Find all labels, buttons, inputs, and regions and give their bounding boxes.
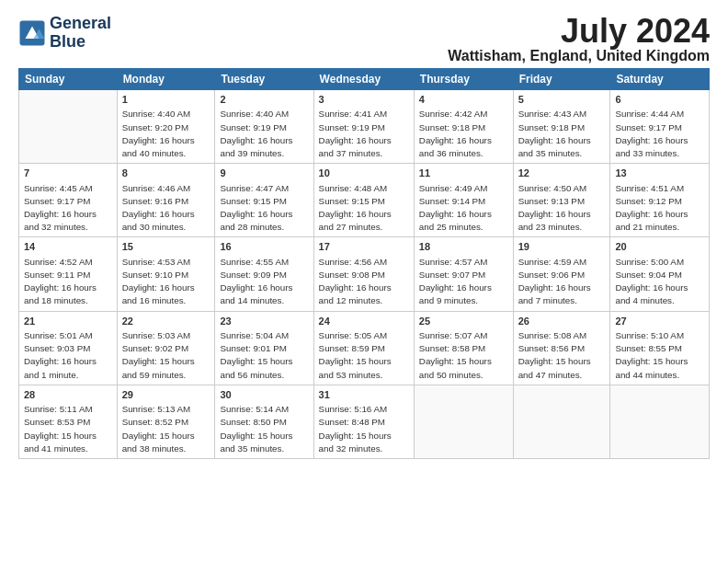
day-number: 21	[24, 315, 112, 328]
logo: General Blue	[18, 15, 111, 52]
day-info: Sunrise: 5:03 AM Sunset: 9:02 PM Dayligh…	[122, 329, 210, 382]
week-row-2: 7Sunrise: 4:45 AM Sunset: 9:17 PM Daylig…	[19, 164, 710, 237]
calendar-cell: 13Sunrise: 4:51 AM Sunset: 9:12 PM Dayli…	[610, 164, 710, 237]
day-number: 1	[122, 93, 210, 107]
calendar-cell: 24Sunrise: 5:05 AM Sunset: 8:59 PM Dayli…	[313, 311, 414, 385]
day-number: 14	[24, 240, 112, 254]
day-number: 3	[319, 93, 409, 107]
day-info: Sunrise: 4:52 AM Sunset: 9:11 PM Dayligh…	[24, 256, 112, 308]
col-sunday: Sunday	[19, 69, 118, 90]
day-number: 13	[615, 167, 704, 180]
day-info: Sunrise: 4:56 AM Sunset: 9:08 PM Dayligh…	[319, 256, 409, 308]
day-info: Sunrise: 4:44 AM Sunset: 9:17 PM Dayligh…	[615, 108, 704, 160]
calendar-cell: 16Sunrise: 4:55 AM Sunset: 9:09 PM Dayli…	[215, 237, 313, 311]
day-info: Sunrise: 5:10 AM Sunset: 8:55 PM Dayligh…	[615, 329, 704, 382]
day-info: Sunrise: 4:57 AM Sunset: 9:07 PM Dayligh…	[419, 256, 508, 308]
calendar-cell: 18Sunrise: 4:57 AM Sunset: 9:07 PM Dayli…	[414, 237, 513, 311]
col-thursday: Thursday	[414, 69, 513, 90]
col-wednesday: Wednesday	[313, 69, 414, 90]
calendar-cell	[414, 385, 513, 458]
day-info: Sunrise: 5:14 AM Sunset: 8:50 PM Dayligh…	[220, 403, 308, 455]
calendar-cell: 28Sunrise: 5:11 AM Sunset: 8:53 PM Dayli…	[19, 385, 118, 458]
day-info: Sunrise: 4:45 AM Sunset: 9:17 PM Dayligh…	[24, 182, 112, 235]
calendar-cell	[610, 385, 710, 458]
week-row-3: 14Sunrise: 4:52 AM Sunset: 9:11 PM Dayli…	[19, 237, 710, 311]
day-info: Sunrise: 4:55 AM Sunset: 9:09 PM Dayligh…	[220, 256, 308, 308]
day-info: Sunrise: 4:50 AM Sunset: 9:13 PM Dayligh…	[518, 182, 606, 235]
day-number: 22	[122, 315, 210, 328]
page: General Blue July 2024 Wattisham, Englan…	[0, 0, 728, 563]
calendar-cell: 23Sunrise: 5:04 AM Sunset: 9:01 PM Dayli…	[215, 311, 313, 385]
calendar-cell: 15Sunrise: 4:53 AM Sunset: 9:10 PM Dayli…	[117, 237, 215, 311]
calendar-cell: 26Sunrise: 5:08 AM Sunset: 8:56 PM Dayli…	[513, 311, 610, 385]
calendar-cell: 20Sunrise: 5:00 AM Sunset: 9:04 PM Dayli…	[610, 237, 710, 311]
day-number: 5	[518, 93, 606, 107]
logo-text: General Blue	[50, 15, 111, 52]
calendar-cell	[513, 385, 610, 458]
col-monday: Monday	[117, 69, 215, 90]
day-info: Sunrise: 5:07 AM Sunset: 8:58 PM Dayligh…	[419, 329, 508, 382]
col-friday: Friday	[513, 69, 610, 90]
day-number: 6	[615, 93, 704, 107]
calendar-cell: 10Sunrise: 4:48 AM Sunset: 9:15 PM Dayli…	[313, 164, 414, 237]
day-info: Sunrise: 4:47 AM Sunset: 9:15 PM Dayligh…	[220, 182, 308, 235]
day-number: 17	[319, 240, 409, 254]
day-info: Sunrise: 4:53 AM Sunset: 9:10 PM Dayligh…	[122, 256, 210, 308]
week-row-5: 28Sunrise: 5:11 AM Sunset: 8:53 PM Dayli…	[19, 385, 710, 458]
day-number: 11	[419, 167, 508, 180]
day-number: 26	[518, 315, 606, 328]
day-number: 12	[518, 167, 606, 180]
day-info: Sunrise: 4:42 AM Sunset: 9:18 PM Dayligh…	[419, 108, 508, 160]
day-info: Sunrise: 5:08 AM Sunset: 8:56 PM Dayligh…	[518, 329, 606, 382]
calendar-cell: 8Sunrise: 4:46 AM Sunset: 9:16 PM Daylig…	[117, 164, 215, 237]
calendar-cell: 21Sunrise: 5:01 AM Sunset: 9:03 PM Dayli…	[19, 311, 118, 385]
calendar-cell	[19, 90, 118, 164]
week-row-4: 21Sunrise: 5:01 AM Sunset: 9:03 PM Dayli…	[19, 311, 710, 385]
day-number: 24	[319, 315, 409, 328]
calendar-cell: 4Sunrise: 4:42 AM Sunset: 9:18 PM Daylig…	[414, 90, 513, 164]
day-number: 30	[220, 388, 308, 402]
calendar-cell: 31Sunrise: 5:16 AM Sunset: 8:48 PM Dayli…	[313, 385, 414, 458]
day-number: 29	[122, 388, 210, 402]
day-info: Sunrise: 5:01 AM Sunset: 9:03 PM Dayligh…	[24, 329, 112, 382]
day-info: Sunrise: 4:51 AM Sunset: 9:12 PM Dayligh…	[615, 182, 704, 235]
calendar-cell: 17Sunrise: 4:56 AM Sunset: 9:08 PM Dayli…	[313, 237, 414, 311]
day-number: 8	[122, 167, 210, 180]
calendar-cell: 30Sunrise: 5:14 AM Sunset: 8:50 PM Dayli…	[215, 385, 313, 458]
calendar-cell: 19Sunrise: 4:59 AM Sunset: 9:06 PM Dayli…	[513, 237, 610, 311]
day-info: Sunrise: 4:49 AM Sunset: 9:14 PM Dayligh…	[419, 182, 508, 235]
week-row-1: 1Sunrise: 4:40 AM Sunset: 9:20 PM Daylig…	[19, 90, 710, 164]
day-info: Sunrise: 4:48 AM Sunset: 9:15 PM Dayligh…	[319, 182, 409, 235]
col-tuesday: Tuesday	[215, 69, 313, 90]
calendar-cell: 11Sunrise: 4:49 AM Sunset: 9:14 PM Dayli…	[414, 164, 513, 237]
day-number: 2	[220, 93, 308, 107]
day-number: 10	[319, 167, 409, 180]
day-number: 25	[419, 315, 508, 328]
calendar-cell: 29Sunrise: 5:13 AM Sunset: 8:52 PM Dayli…	[117, 385, 215, 458]
day-info: Sunrise: 5:16 AM Sunset: 8:48 PM Dayligh…	[319, 403, 409, 455]
day-info: Sunrise: 5:11 AM Sunset: 8:53 PM Dayligh…	[24, 403, 112, 455]
day-info: Sunrise: 5:13 AM Sunset: 8:52 PM Dayligh…	[122, 403, 210, 455]
calendar-cell: 5Sunrise: 4:43 AM Sunset: 9:18 PM Daylig…	[513, 90, 610, 164]
day-number: 4	[419, 93, 508, 107]
day-info: Sunrise: 5:00 AM Sunset: 9:04 PM Dayligh…	[615, 256, 704, 308]
day-number: 31	[319, 388, 409, 402]
calendar-cell: 3Sunrise: 4:41 AM Sunset: 9:19 PM Daylig…	[313, 90, 414, 164]
calendar-header-row: Sunday Monday Tuesday Wednesday Thursday…	[19, 69, 710, 90]
day-info: Sunrise: 4:43 AM Sunset: 9:18 PM Dayligh…	[518, 108, 606, 160]
day-info: Sunrise: 4:40 AM Sunset: 9:20 PM Dayligh…	[122, 108, 210, 160]
calendar-cell: 14Sunrise: 4:52 AM Sunset: 9:11 PM Dayli…	[19, 237, 118, 311]
location: Wattisham, England, United Kingdom	[448, 48, 710, 64]
day-number: 16	[220, 240, 308, 254]
day-info: Sunrise: 5:04 AM Sunset: 9:01 PM Dayligh…	[220, 329, 308, 382]
calendar-cell: 2Sunrise: 4:40 AM Sunset: 9:19 PM Daylig…	[215, 90, 313, 164]
day-number: 7	[24, 167, 112, 180]
day-info: Sunrise: 4:46 AM Sunset: 9:16 PM Dayligh…	[122, 182, 210, 235]
title-block: July 2024 Wattisham, England, United Kin…	[448, 15, 710, 64]
calendar-cell: 9Sunrise: 4:47 AM Sunset: 9:15 PM Daylig…	[215, 164, 313, 237]
day-info: Sunrise: 5:05 AM Sunset: 8:59 PM Dayligh…	[319, 329, 409, 382]
calendar-table: Sunday Monday Tuesday Wednesday Thursday…	[18, 68, 710, 459]
day-number: 19	[518, 240, 606, 254]
calendar-cell: 6Sunrise: 4:44 AM Sunset: 9:17 PM Daylig…	[610, 90, 710, 164]
day-number: 28	[24, 388, 112, 402]
